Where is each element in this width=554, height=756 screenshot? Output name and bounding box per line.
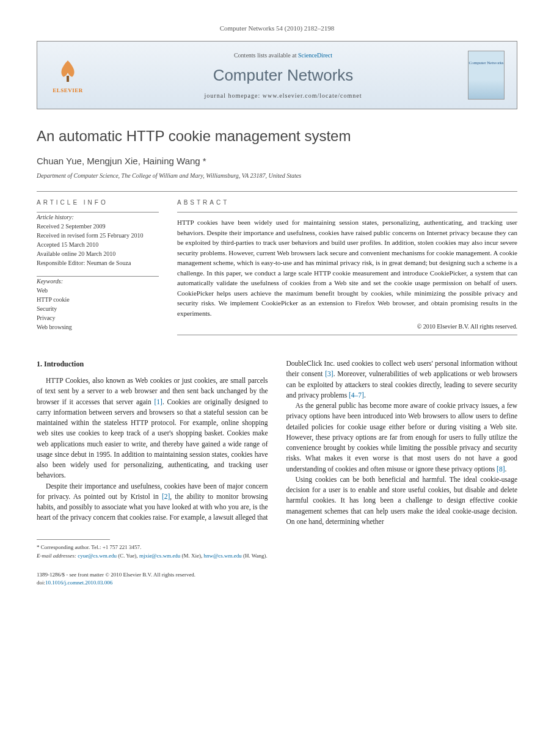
- elsevier-tree-icon: [54, 57, 82, 85]
- body-text: 1. Introduction HTTP Cookies, also known…: [37, 358, 517, 527]
- text-run: (H. Wang).: [242, 553, 268, 559]
- corresponding-author: * Corresponding author. Tel.: +1 757 221…: [37, 543, 517, 552]
- citation-link[interactable]: [3]: [325, 370, 333, 377]
- copyright-line: © 2010 Elsevier B.V. All rights reserved…: [177, 323, 517, 330]
- text-run: . Cookies are originally designed to car…: [37, 398, 268, 479]
- elsevier-text: ELSEVIER: [53, 87, 83, 93]
- cover-text: Computer Networks: [469, 60, 504, 65]
- banner-center: Contents lists available at ScienceDirec…: [98, 52, 468, 99]
- elsevier-logo: ELSEVIER: [49, 54, 86, 96]
- journal-homepage[interactable]: journal homepage: www.elsevier.com/locat…: [98, 92, 468, 99]
- doi-line: doi:10.1016/j.comnet.2010.03.006: [37, 579, 517, 587]
- paragraph: HTTP Cookies, also known as Web cookies …: [37, 376, 268, 481]
- history-item: Available online 20 March 2010: [37, 249, 159, 258]
- svg-rect-0: [67, 76, 69, 82]
- contents-available: Contents lists available at ScienceDirec…: [98, 52, 468, 59]
- article-history: Article history: Received 2 September 20…: [37, 213, 159, 267]
- doi-link[interactable]: 10.1016/j.comnet.2010.03.006: [45, 580, 112, 586]
- text-run: Using cookies can be both beneficial and…: [286, 476, 518, 525]
- footnotes: * Corresponding author. Tel.: +1 757 221…: [37, 543, 517, 560]
- citation-link[interactable]: [1]: [154, 398, 162, 405]
- email-label: E-mail addresses:: [37, 553, 78, 559]
- article-info-column: ARTICLE INFO Article history: Received 2…: [37, 192, 159, 340]
- issn-line: 1389-1286/$ - see front matter © 2010 El…: [37, 571, 517, 579]
- email-addresses: E-mail addresses: cyue@cs.wm.edu (C. Yue…: [37, 552, 517, 561]
- article-info-heading: ARTICLE INFO: [37, 199, 159, 206]
- doi-label: doi:: [37, 580, 45, 586]
- keyword: Web: [37, 286, 159, 295]
- text-run: (C. Yue),: [117, 553, 139, 559]
- intro-heading: 1. Introduction: [37, 358, 268, 369]
- keyword: Security: [37, 304, 159, 313]
- text-run: As the general public has become more aw…: [286, 402, 518, 473]
- abstract-text: HTTP cookies have been widely used for m…: [177, 217, 517, 318]
- footnote-separator: [37, 539, 110, 540]
- history-item: Responsible Editor: Neuman de Souza: [37, 258, 159, 267]
- text-run: (M. Xie),: [180, 553, 203, 559]
- journal-reference: Computer Networks 54 (2010) 2182–2198: [37, 24, 517, 32]
- keywords-block: Keywords: Web HTTP cookie Security Priva…: [37, 277, 159, 332]
- journal-cover-thumbnail: Computer Networks: [468, 51, 505, 100]
- divider: [177, 335, 517, 335]
- journal-banner: ELSEVIER Contents lists available at Sci…: [37, 41, 517, 109]
- abstract-column: ABSTRACT HTTP cookies have been widely u…: [177, 192, 517, 340]
- article-title: An automatic HTTP cookie management syst…: [37, 128, 517, 145]
- sciencedirect-link[interactable]: ScienceDirect: [298, 52, 332, 59]
- citation-link[interactable]: [8]: [497, 465, 505, 473]
- journal-name: Computer Networks: [98, 66, 468, 85]
- text-run: .: [364, 391, 366, 399]
- email-link[interactable]: hnw@cs.wm.edu: [203, 553, 241, 559]
- affiliation: Department of Computer Science, The Coll…: [37, 172, 517, 179]
- text-run: .: [505, 465, 507, 473]
- history-item: Accepted 15 March 2010: [37, 240, 159, 249]
- abstract-heading: ABSTRACT: [177, 199, 517, 206]
- paragraph: As the general public has become more aw…: [286, 401, 518, 474]
- keyword: Privacy: [37, 313, 159, 322]
- meta-abstract-row: ARTICLE INFO Article history: Received 2…: [37, 192, 517, 340]
- citation-link[interactable]: [4–7]: [349, 391, 364, 399]
- keyword: HTTP cookie: [37, 295, 159, 304]
- contents-prefix: Contents lists available at: [234, 52, 298, 59]
- paragraph: Using cookies can be both beneficial and…: [286, 474, 518, 527]
- keywords-label: Keywords:: [37, 277, 159, 286]
- history-item: Received in revised form 25 February 201…: [37, 231, 159, 240]
- email-link[interactable]: mjxie@cs.wm.edu: [139, 553, 180, 559]
- citation-link[interactable]: [2]: [162, 493, 170, 500]
- keyword: Web browsing: [37, 322, 159, 332]
- history-label: Article history:: [37, 213, 159, 222]
- email-link[interactable]: cyue@cs.wm.edu: [78, 553, 117, 559]
- history-item: Received 2 September 2009: [37, 222, 159, 231]
- footer: 1389-1286/$ - see front matter © 2010 El…: [37, 571, 517, 586]
- authors: Chuan Yue, Mengjun Xie, Haining Wang *: [37, 156, 517, 166]
